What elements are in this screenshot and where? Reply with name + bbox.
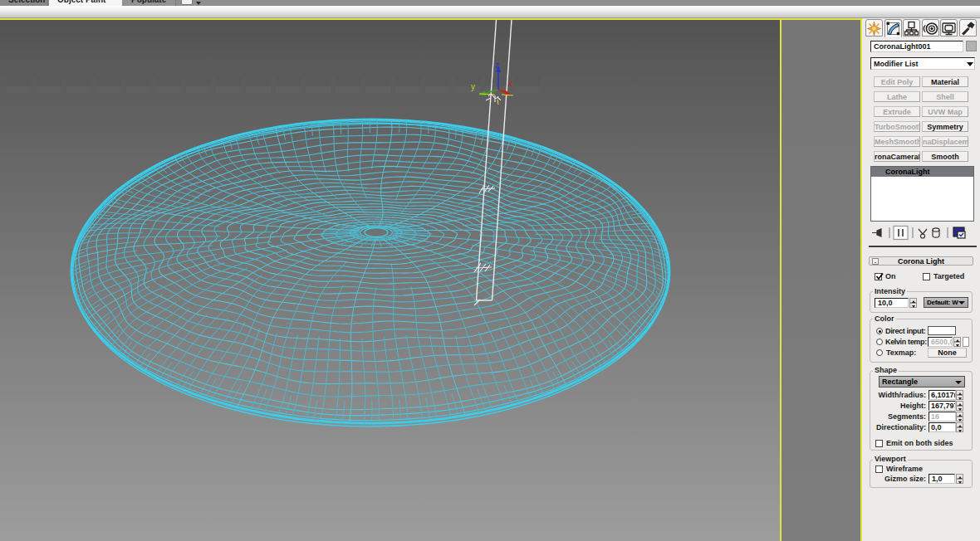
svg-text:y: y xyxy=(471,82,475,91)
svg-text:z: z xyxy=(495,61,499,70)
svg-text:x: x xyxy=(508,79,512,88)
